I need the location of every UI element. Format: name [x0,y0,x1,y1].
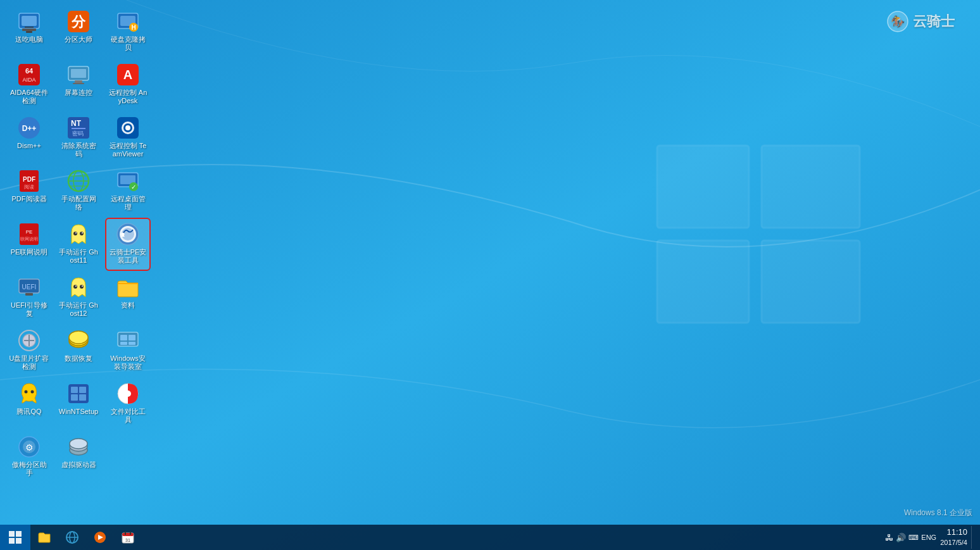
svg-point-51 [73,232,77,235]
svg-rect-82 [79,387,86,393]
icon-uefi[interactable]: UEFI UEFI引导修复 [8,272,51,323]
svg-rect-77 [129,342,135,345]
partition-helper-label: 傲梅分区助手 [9,461,49,477]
remote-desktop-icon: ✓ [115,168,141,194]
svg-rect-23 [73,83,84,84]
svg-text:🏇: 🏇 [891,15,905,28]
icon-aida64[interactable]: 64AIDA AIDA64硬件检测 [8,59,51,110]
keyboard-tray-icon[interactable]: ⌨ [908,534,919,542]
icon-pdf-reader[interactable]: PDF阅读 PDF阅读器 [8,166,51,216]
aida64-icon: 64AIDA [16,62,42,87]
icon-usb-expand[interactable]: U盘里片扩容检测 [8,325,51,376]
pdf-icon: PDF阅读 [16,168,42,194]
yunqishi-pe-label: 云骑士PE安装工具 [108,248,148,265]
svg-text:A: A [123,68,132,82]
svg-text:UEFI: UEFI [22,284,37,291]
icon-screen-control[interactable]: 屏幕连控 [57,59,100,110]
show-desktop-button[interactable] [971,526,975,549]
recycle-icon [16,9,42,34]
taskbar-ie[interactable] [58,525,86,550]
svg-rect-61 [25,293,33,296]
dism-icon: D++ [16,115,42,141]
qq-icon [16,381,42,406]
taskbar-media[interactable] [86,525,114,550]
icon-folder-data[interactable]: 资料 [106,272,149,323]
uefi-label: UEFI引导修复 [9,301,49,318]
clock[interactable]: 11:10 2017/5/4 [940,527,967,547]
svg-text:阅读: 阅读 [24,184,34,190]
taskbar: 31 🖧 🔊 ⌨ ENG 11:10 2017/5/4 [0,525,980,550]
svg-rect-74 [120,335,127,341]
icon-yunqishi-pe[interactable]: 云骑士PE安装工具 [106,219,149,270]
icon-remote-desktop[interactable]: ✓ 远程桌面管理 [106,166,149,216]
net-config-label: 手动配置网络 [58,195,99,211]
svg-point-52 [80,232,84,235]
taskbar-calendar[interactable]: 31 [114,525,142,550]
icon-anydesk[interactable]: A 远程控制 AnyDesk [106,59,149,110]
icon-contrast[interactable]: 文件对比工具 [106,378,149,429]
icon-winntsetup[interactable]: WinNTSetup [57,378,100,429]
start-button[interactable] [0,525,30,550]
partition-helper-icon: ⚙ [16,434,42,459]
icon-pe-browser[interactable]: PE联网说明 PE联网说明 [8,219,51,270]
svg-point-65 [82,285,83,287]
explorer-icon [37,530,51,544]
svg-text:密码: 密码 [72,130,84,137]
svg-point-53 [75,232,77,234]
data-recovery-label: 数据恢复 [65,354,92,363]
qq-label: 腾讯QQ [16,408,41,416]
brand-logo: 🏇 云骑士 [886,10,955,33]
svg-rect-75 [129,335,135,341]
winntsetup-icon [66,381,91,406]
net-config-icon [66,168,91,194]
pe-browser-icon: PE联网说明 [16,222,42,247]
svg-rect-95 [9,538,15,544]
windows-install-icon [115,328,141,353]
network-tray-icon[interactable]: 🖧 [885,533,893,542]
svg-rect-93 [9,531,15,537]
desktop: 送吃电脑 分 分区大师 H 硬盘克隆拷贝 64AIDA AIDA64硬件检测 [0,0,980,525]
icon-partition-manager[interactable]: 分 分区大师 [57,6,100,57]
lang-indicator[interactable]: ENG [921,534,936,541]
icon-ghost11[interactable]: 手动运行 Ghost11 [57,219,100,270]
icon-windows-install[interactable]: Windows安装导装室 [106,325,149,376]
remote-desktop-label: 远程桌面管理 [108,195,148,211]
icon-ghost12[interactable]: 手动运行 Ghost12 [57,272,100,323]
icon-dismplusplus[interactable]: D++ Dism++ [8,113,51,163]
icon-disk-clone[interactable]: H 硬盘克隆拷贝 [106,6,149,57]
ghost12-label: 手动运行 Ghost12 [58,301,99,318]
icon-partition-helper[interactable]: ⚙ 傲梅分区助手 [8,432,51,482]
svg-point-63 [80,285,84,289]
folder-data-label: 资料 [121,301,135,309]
svg-rect-21 [71,69,86,78]
data-recovery-icon [66,328,91,353]
svg-point-62 [73,285,77,289]
brand-icon: 🏇 [886,10,909,33]
svg-text:31: 31 [125,538,130,542]
ghost11-label: 手动运行 Ghost11 [58,248,99,265]
icon-recycle-label: 送吃电脑 [15,35,43,44]
anydesk-label: 远程控制 AnyDesk [108,89,148,105]
icon-data-recovery[interactable]: 数据恢复 [57,325,100,376]
svg-rect-8 [22,16,37,26]
svg-point-35 [125,125,130,130]
volume-tray-icon[interactable]: 🔊 [896,533,906,542]
svg-point-54 [82,232,83,234]
svg-text:✓: ✓ [131,184,136,191]
svg-text:D++: D++ [22,124,37,133]
svg-rect-103 [122,533,134,536]
icon-recycle[interactable]: 送吃电脑 [8,6,51,57]
screen-control-label: 屏幕连控 [65,89,92,97]
usb-expand-label: U盘里片扩容检测 [9,354,49,371]
icon-virtual-drive[interactable]: 虚拟驱动器 [57,432,100,482]
syscode-label: 清除系统密码 [58,142,99,158]
icon-qq[interactable]: 腾讯QQ [8,378,51,429]
teamviewer-icon [115,115,141,141]
icon-teamviewer[interactable]: 远程控制 TeamViewer [106,113,149,163]
icon-net-config[interactable]: 手动配置网络 [57,166,100,216]
teamviewer-label: 远程控制 TeamViewer [108,142,148,158]
svg-point-86 [125,391,131,397]
dism-label: Dism++ [17,142,41,150]
taskbar-explorer[interactable] [30,525,58,550]
icon-syscode[interactable]: NT密码 清除系统密码 [57,113,100,163]
